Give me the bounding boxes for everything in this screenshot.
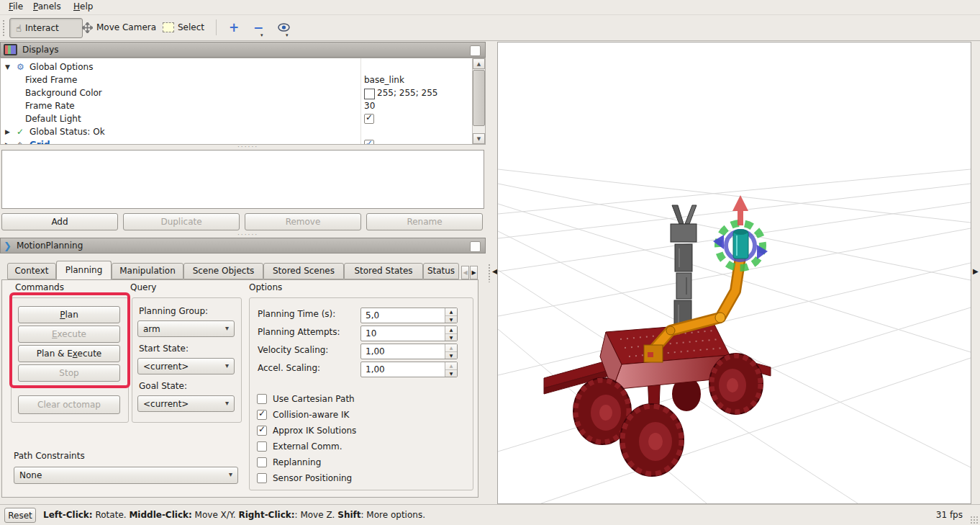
rename-button[interactable]: Rename bbox=[366, 213, 483, 230]
marker-teal-cylinder bbox=[733, 231, 748, 259]
tab-scroll-left-button[interactable]: ◀ bbox=[461, 266, 469, 279]
3d-viewport[interactable] bbox=[497, 42, 971, 504]
fixed-frame-value[interactable]: base_link bbox=[364, 75, 404, 85]
view-dropdown-caret[interactable]: ▾ bbox=[286, 32, 289, 38]
tab-scene-objects[interactable]: Scene Objects bbox=[183, 263, 263, 279]
spin-up-icon[interactable]: ▲ bbox=[445, 344, 457, 351]
tab-scroll-right-button[interactable]: ▶ bbox=[470, 266, 478, 279]
spin-up-icon[interactable]: ▲ bbox=[445, 326, 457, 333]
menu-panels[interactable]: Panels bbox=[30, 1, 64, 13]
chevron-down-icon: ▾ bbox=[225, 399, 229, 407]
window-resize-grip[interactable] bbox=[970, 516, 979, 524]
ground-grid bbox=[498, 169, 971, 503]
add-button[interactable]: Add bbox=[1, 213, 118, 230]
frame-rate-value[interactable]: 30 bbox=[364, 101, 375, 111]
gear-icon: ⚙ bbox=[17, 62, 24, 72]
use-cartesian-path-checkbox[interactable]: ✓ bbox=[257, 394, 267, 404]
move-camera-tool-button[interactable]: Move Camera bbox=[76, 18, 162, 37]
background-color-value[interactable]: 255; 255; 255 bbox=[377, 88, 437, 98]
tree-row-grid[interactable]: ▶ ◈ Grid ✓ bbox=[1, 139, 471, 145]
sensor-positioning-checkbox[interactable]: ✓ bbox=[257, 473, 267, 483]
spin-down-icon[interactable]: ▼ bbox=[445, 315, 457, 323]
menu-help[interactable]: Help bbox=[71, 1, 96, 13]
scroll-up-button[interactable]: ▲ bbox=[473, 58, 485, 69]
splitter-handle[interactable]: ······ bbox=[237, 145, 258, 149]
path-constraints-label: Path Constraints bbox=[14, 451, 85, 461]
tree-row-frame-rate[interactable]: Frame Rate 30 bbox=[1, 100, 471, 113]
duplicate-button[interactable]: Duplicate bbox=[123, 213, 240, 230]
select-tool-button[interactable]: Select bbox=[157, 18, 210, 37]
spin-up-icon[interactable]: ▲ bbox=[445, 308, 457, 315]
scroll-down-button[interactable]: ▼ bbox=[473, 133, 485, 144]
expand-arrow-icon[interactable]: ▶ bbox=[5, 128, 10, 135]
planning-group-dropdown[interactable]: arm▾ bbox=[137, 320, 235, 337]
chevron-down-icon: ▾ bbox=[225, 362, 229, 369]
vertical-splitter-handle[interactable] bbox=[488, 264, 491, 282]
spin-down-icon[interactable]: ▼ bbox=[445, 333, 457, 341]
toolbar-drag-handle[interactable] bbox=[2, 19, 6, 37]
accel-scaling-label: Accel. Scaling: bbox=[258, 363, 320, 373]
velocity-scaling-spinbox[interactable]: 1,00 ▲▼ bbox=[360, 344, 458, 359]
goal-state-label: Goal State: bbox=[139, 381, 187, 391]
spin-down-icon[interactable]: ▼ bbox=[445, 369, 457, 377]
3d-scene bbox=[498, 42, 971, 503]
tree-row-global-status[interactable]: ▶ ✓ Global Status: Ok bbox=[1, 126, 471, 139]
external-comm-checkbox[interactable]: ✓ bbox=[257, 441, 267, 452]
scrollbar-thumb[interactable] bbox=[473, 70, 485, 126]
collapse-arrow-icon[interactable]: ▼ bbox=[5, 63, 10, 71]
zoom-in-button[interactable]: + bbox=[223, 18, 245, 37]
displays-panel-checkbox[interactable] bbox=[470, 45, 481, 56]
tree-row-background-color[interactable]: Background Color 255; 255; 255 bbox=[1, 87, 471, 100]
planning-attempts-spinbox[interactable]: 10 ▲▼ bbox=[360, 326, 458, 341]
tree-row-global-options[interactable]: ▼ ⚙ Global Options bbox=[1, 61, 471, 74]
query-section-label: Query bbox=[130, 282, 156, 292]
tab-manipulation[interactable]: Manipulation bbox=[112, 263, 183, 279]
tab-status[interactable]: Status bbox=[423, 263, 459, 279]
collision-aware-ik-checkbox[interactable]: ✓ bbox=[257, 410, 267, 420]
zoom-out-button[interactable]: − bbox=[248, 18, 269, 37]
spin-up-icon[interactable]: ▲ bbox=[445, 362, 457, 369]
approx-ik-solutions-label: Approx IK Solutions bbox=[273, 426, 356, 436]
collapse-right-arrow[interactable]: ▶ bbox=[973, 267, 979, 275]
color-swatch[interactable] bbox=[364, 89, 375, 99]
clear-octomap-button[interactable]: Clear octomap bbox=[18, 395, 120, 414]
displays-panel-title: Displays bbox=[22, 45, 58, 55]
path-constraints-dropdown[interactable]: None▾ bbox=[14, 467, 238, 484]
robot-mast bbox=[671, 205, 697, 335]
replanning-checkbox[interactable]: ✓ bbox=[257, 457, 267, 467]
splitter-handle[interactable]: ······ bbox=[237, 233, 258, 237]
view-button[interactable] bbox=[272, 18, 296, 37]
goal-state-dropdown[interactable]: <current>▾ bbox=[137, 395, 235, 412]
status-ok-check-icon: ✓ bbox=[17, 127, 24, 137]
tree-row-default-light[interactable]: Default Light ✓ bbox=[1, 113, 471, 126]
tree-row-fixed-frame[interactable]: Fixed Frame base_link bbox=[1, 74, 471, 87]
expand-arrow-icon[interactable]: ▶ bbox=[5, 141, 10, 145]
tab-stored-states[interactable]: Stored States bbox=[344, 263, 423, 279]
zoom-out-dropdown-caret[interactable]: ▾ bbox=[260, 32, 263, 38]
accel-scaling-spinbox[interactable]: 1,00 ▲▼ bbox=[360, 362, 458, 377]
hand-cursor-icon: ☝ bbox=[16, 23, 22, 34]
tab-context[interactable]: Context bbox=[7, 263, 56, 279]
reset-button[interactable]: Reset bbox=[4, 508, 36, 523]
interact-tool-button[interactable]: ☝ Interact bbox=[9, 18, 83, 38]
robot-wheel-front-center bbox=[620, 404, 684, 476]
tab-planning[interactable]: Planning bbox=[56, 261, 112, 280]
move-arrows-icon bbox=[82, 22, 93, 33]
robot-wheel-right bbox=[709, 354, 763, 414]
default-light-checkbox[interactable]: ✓ bbox=[364, 114, 374, 124]
displays-panel-header[interactable]: Displays bbox=[0, 42, 486, 58]
motion-planning-panel-header[interactable]: ❯ MotionPlanning bbox=[0, 238, 486, 253]
motion-planning-panel-checkbox[interactable] bbox=[470, 241, 481, 252]
remove-button[interactable]: Remove bbox=[245, 213, 361, 230]
grid-checkbox[interactable]: ✓ bbox=[364, 140, 374, 145]
start-state-dropdown[interactable]: <current>▾ bbox=[137, 358, 235, 374]
collision-aware-ik-label: Collision-aware IK bbox=[273, 410, 349, 420]
tab-stored-scenes[interactable]: Stored Scenes bbox=[263, 263, 344, 279]
minus-icon: − bbox=[253, 22, 263, 34]
approx-ik-solutions-checkbox[interactable]: ✓ bbox=[257, 426, 267, 436]
menu-file[interactable]: File bbox=[6, 1, 26, 13]
chevron-down-icon: ▾ bbox=[225, 324, 229, 332]
spin-down-icon[interactable]: ▼ bbox=[445, 351, 457, 359]
chevron-down-icon: ▾ bbox=[229, 470, 232, 478]
planning-time-spinbox[interactable]: 5,0 ▲▼ bbox=[360, 308, 458, 323]
